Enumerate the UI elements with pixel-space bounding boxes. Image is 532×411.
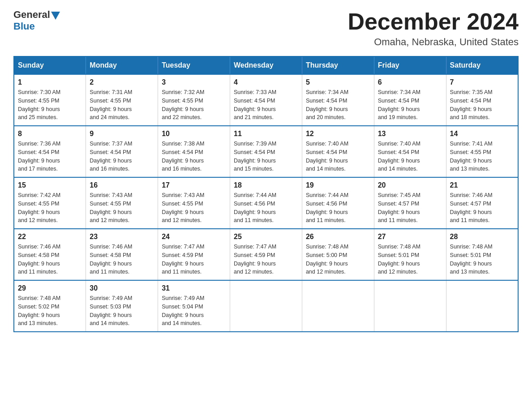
day-number: 14 (450, 130, 514, 138)
logo-general-text: General (13, 9, 50, 21)
day-number: 11 (234, 130, 298, 138)
calendar-day-cell (446, 280, 518, 332)
calendar-day-cell: 17Sunrise: 7:43 AMSunset: 4:55 PMDayligh… (158, 177, 230, 229)
day-of-week-header: Tuesday (158, 56, 230, 74)
calendar-day-cell: 8Sunrise: 7:36 AMSunset: 4:54 PMDaylight… (14, 126, 86, 177)
calendar-day-cell: 2Sunrise: 7:31 AMSunset: 4:55 PMDaylight… (86, 74, 158, 126)
day-number: 9 (90, 130, 154, 138)
calendar-week-row: 8Sunrise: 7:36 AMSunset: 4:54 PMDaylight… (14, 126, 518, 177)
calendar-day-cell: 21Sunrise: 7:46 AMSunset: 4:57 PMDayligh… (446, 177, 518, 229)
day-of-week-header: Thursday (302, 56, 374, 74)
day-info: Sunrise: 7:48 AMSunset: 5:02 PMDaylight:… (18, 294, 82, 328)
calendar-day-cell: 19Sunrise: 7:44 AMSunset: 4:56 PMDayligh… (302, 177, 374, 229)
day-info: Sunrise: 7:41 AMSunset: 4:55 PMDaylight:… (450, 140, 514, 173)
day-number: 28 (450, 233, 514, 241)
day-of-week-header: Sunday (14, 56, 86, 74)
day-number: 10 (162, 130, 226, 138)
location-subtitle: Omaha, Nebraska, United States (348, 36, 519, 48)
day-info: Sunrise: 7:46 AMSunset: 4:58 PMDaylight:… (90, 243, 154, 276)
calendar-day-cell: 29Sunrise: 7:48 AMSunset: 5:02 PMDayligh… (14, 280, 86, 332)
day-info: Sunrise: 7:30 AMSunset: 4:55 PMDaylight:… (18, 88, 82, 122)
day-info: Sunrise: 7:42 AMSunset: 4:55 PMDaylight:… (18, 191, 82, 225)
calendar-day-cell: 20Sunrise: 7:45 AMSunset: 4:57 PMDayligh… (374, 177, 446, 229)
day-number: 30 (90, 284, 154, 292)
calendar-day-cell: 22Sunrise: 7:46 AMSunset: 4:58 PMDayligh… (14, 229, 86, 280)
day-info: Sunrise: 7:44 AMSunset: 4:56 PMDaylight:… (306, 191, 370, 225)
day-number: 8 (18, 130, 82, 138)
calendar-table: SundayMondayTuesdayWednesdayThursdayFrid… (13, 56, 519, 332)
day-info: Sunrise: 7:34 AMSunset: 4:54 PMDaylight:… (306, 88, 370, 122)
day-info: Sunrise: 7:47 AMSunset: 4:59 PMDaylight:… (234, 243, 298, 276)
calendar-day-cell: 6Sunrise: 7:34 AMSunset: 4:54 PMDaylight… (374, 74, 446, 126)
day-number: 16 (90, 181, 154, 189)
calendar-day-cell (374, 280, 446, 332)
calendar-header-row: SundayMondayTuesdayWednesdayThursdayFrid… (14, 56, 518, 74)
day-info: Sunrise: 7:43 AMSunset: 4:55 PMDaylight:… (162, 191, 226, 225)
day-number: 23 (90, 233, 154, 241)
day-of-week-header: Friday (374, 56, 446, 74)
day-number: 6 (378, 78, 442, 86)
title-section: December 2024 Omaha, Nebraska, United St… (348, 9, 519, 48)
calendar-day-cell: 3Sunrise: 7:32 AMSunset: 4:55 PMDaylight… (158, 74, 230, 126)
logo-blue-text: Blue (13, 21, 35, 32)
day-number: 1 (18, 78, 82, 86)
day-info: Sunrise: 7:39 AMSunset: 4:54 PMDaylight:… (234, 140, 298, 173)
calendar-day-cell: 9Sunrise: 7:37 AMSunset: 4:54 PMDaylight… (86, 126, 158, 177)
day-of-week-header: Saturday (446, 56, 518, 74)
day-info: Sunrise: 7:46 AMSunset: 4:58 PMDaylight:… (18, 243, 82, 276)
day-info: Sunrise: 7:34 AMSunset: 4:54 PMDaylight:… (378, 88, 442, 122)
day-info: Sunrise: 7:37 AMSunset: 4:54 PMDaylight:… (90, 140, 154, 173)
logo: General Blue (13, 9, 60, 32)
day-info: Sunrise: 7:49 AMSunset: 5:03 PMDaylight:… (90, 294, 154, 328)
month-title: December 2024 (348, 9, 519, 34)
day-number: 12 (306, 130, 370, 138)
calendar-day-cell: 13Sunrise: 7:40 AMSunset: 4:54 PMDayligh… (374, 126, 446, 177)
calendar-day-cell: 26Sunrise: 7:48 AMSunset: 5:00 PMDayligh… (302, 229, 374, 280)
day-number: 22 (18, 233, 82, 241)
page-header: General Blue December 2024 Omaha, Nebras… (13, 9, 519, 48)
day-number: 4 (234, 78, 298, 86)
day-info: Sunrise: 7:40 AMSunset: 4:54 PMDaylight:… (306, 140, 370, 173)
day-number: 13 (378, 130, 442, 138)
day-info: Sunrise: 7:43 AMSunset: 4:55 PMDaylight:… (90, 191, 154, 225)
day-number: 29 (18, 284, 82, 292)
day-number: 17 (162, 181, 226, 189)
logo-arrow-icon (51, 12, 60, 20)
day-info: Sunrise: 7:45 AMSunset: 4:57 PMDaylight:… (378, 191, 442, 225)
calendar-day-cell: 28Sunrise: 7:48 AMSunset: 5:01 PMDayligh… (446, 229, 518, 280)
day-info: Sunrise: 7:40 AMSunset: 4:54 PMDaylight:… (378, 140, 442, 173)
calendar-day-cell: 4Sunrise: 7:33 AMSunset: 4:54 PMDaylight… (230, 74, 302, 126)
calendar-day-cell: 7Sunrise: 7:35 AMSunset: 4:54 PMDaylight… (446, 74, 518, 126)
calendar-day-cell: 25Sunrise: 7:47 AMSunset: 4:59 PMDayligh… (230, 229, 302, 280)
day-info: Sunrise: 7:48 AMSunset: 5:01 PMDaylight:… (450, 243, 514, 276)
calendar-day-cell: 5Sunrise: 7:34 AMSunset: 4:54 PMDaylight… (302, 74, 374, 126)
calendar-day-cell: 18Sunrise: 7:44 AMSunset: 4:56 PMDayligh… (230, 177, 302, 229)
calendar-week-row: 22Sunrise: 7:46 AMSunset: 4:58 PMDayligh… (14, 229, 518, 280)
calendar-day-cell: 10Sunrise: 7:38 AMSunset: 4:54 PMDayligh… (158, 126, 230, 177)
day-of-week-header: Wednesday (230, 56, 302, 74)
day-number: 27 (378, 233, 442, 241)
day-info: Sunrise: 7:32 AMSunset: 4:55 PMDaylight:… (162, 88, 226, 122)
day-number: 31 (162, 284, 226, 292)
calendar-week-row: 15Sunrise: 7:42 AMSunset: 4:55 PMDayligh… (14, 177, 518, 229)
day-info: Sunrise: 7:38 AMSunset: 4:54 PMDaylight:… (162, 140, 226, 173)
day-info: Sunrise: 7:49 AMSunset: 5:04 PMDaylight:… (162, 294, 226, 328)
calendar-week-row: 29Sunrise: 7:48 AMSunset: 5:02 PMDayligh… (14, 280, 518, 332)
calendar-day-cell (230, 280, 302, 332)
day-info: Sunrise: 7:44 AMSunset: 4:56 PMDaylight:… (234, 191, 298, 225)
calendar-day-cell: 24Sunrise: 7:47 AMSunset: 4:59 PMDayligh… (158, 229, 230, 280)
calendar-day-cell: 14Sunrise: 7:41 AMSunset: 4:55 PMDayligh… (446, 126, 518, 177)
day-number: 26 (306, 233, 370, 241)
calendar-week-row: 1Sunrise: 7:30 AMSunset: 4:55 PMDaylight… (14, 74, 518, 126)
calendar-day-cell: 31Sunrise: 7:49 AMSunset: 5:04 PMDayligh… (158, 280, 230, 332)
day-number: 25 (234, 233, 298, 241)
day-number: 15 (18, 181, 82, 189)
calendar-day-cell: 1Sunrise: 7:30 AMSunset: 4:55 PMDaylight… (14, 74, 86, 126)
day-of-week-header: Monday (86, 56, 158, 74)
day-info: Sunrise: 7:35 AMSunset: 4:54 PMDaylight:… (450, 88, 514, 122)
day-info: Sunrise: 7:33 AMSunset: 4:54 PMDaylight:… (234, 88, 298, 122)
calendar-body: 1Sunrise: 7:30 AMSunset: 4:55 PMDaylight… (14, 74, 518, 332)
day-number: 5 (306, 78, 370, 86)
calendar-day-cell: 23Sunrise: 7:46 AMSunset: 4:58 PMDayligh… (86, 229, 158, 280)
day-number: 3 (162, 78, 226, 86)
